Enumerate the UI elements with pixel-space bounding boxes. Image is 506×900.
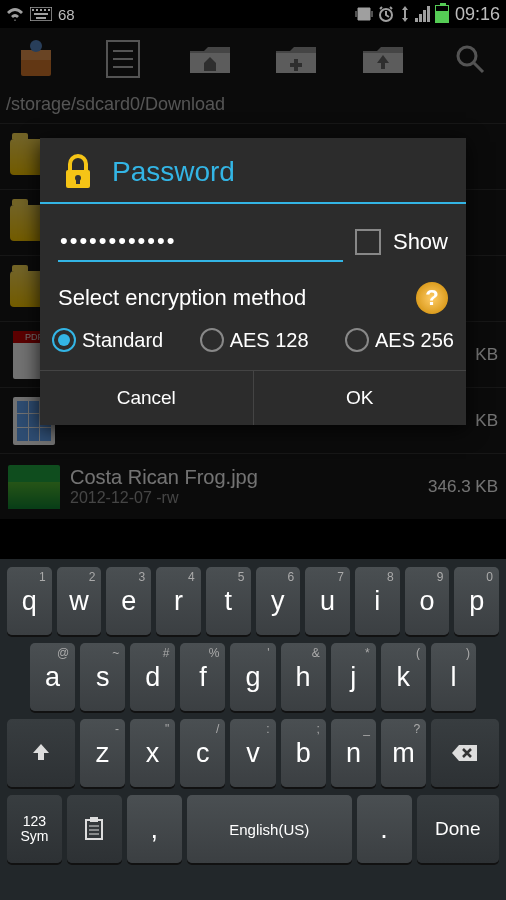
- key-t[interactable]: t5: [206, 567, 251, 635]
- key-m[interactable]: m?: [381, 719, 426, 787]
- key-r[interactable]: r4: [156, 567, 201, 635]
- show-password-label: Show: [393, 229, 448, 255]
- key-n[interactable]: n_: [331, 719, 376, 787]
- radio-aes128[interactable]: AES 128: [200, 328, 309, 352]
- key-g[interactable]: g': [230, 643, 275, 711]
- encryption-label: Select encryption method: [58, 285, 306, 311]
- encryption-options: Standard AES 128 AES 256: [40, 320, 466, 370]
- done-key[interactable]: Done: [417, 795, 499, 863]
- show-password-checkbox[interactable]: [355, 229, 381, 255]
- help-icon[interactable]: ?: [416, 282, 448, 314]
- key-i[interactable]: i8: [355, 567, 400, 635]
- key-u[interactable]: u7: [305, 567, 350, 635]
- clipboard-key[interactable]: [67, 795, 122, 863]
- svg-rect-1: [32, 9, 34, 11]
- radio-icon: [52, 328, 76, 352]
- ok-button[interactable]: OK: [254, 371, 467, 425]
- cancel-button[interactable]: Cancel: [40, 371, 254, 425]
- radio-icon: [345, 328, 369, 352]
- svg-rect-24: [90, 817, 98, 822]
- keyboard: q1w2e3r4t5y6u7i8o9p0 a@s~d#f%g'h&j*k(l) …: [0, 559, 506, 900]
- sync-icon: [399, 6, 411, 22]
- key-c[interactable]: c/: [180, 719, 225, 787]
- key-z[interactable]: z-: [80, 719, 125, 787]
- backspace-key[interactable]: [431, 719, 499, 787]
- svg-rect-5: [48, 9, 50, 11]
- svg-rect-7: [36, 17, 46, 19]
- key-b[interactable]: b;: [281, 719, 326, 787]
- vibrate-icon: [355, 6, 373, 22]
- password-dialog: Password Show Select encryption method ?…: [40, 138, 466, 425]
- status-bar: 68 09:16: [0, 0, 506, 28]
- svg-rect-6: [34, 13, 48, 15]
- key-w[interactable]: w2: [57, 567, 102, 635]
- sym-key[interactable]: 123Sym: [7, 795, 62, 863]
- svg-rect-22: [76, 178, 80, 184]
- key-q[interactable]: q1: [7, 567, 52, 635]
- key-y[interactable]: y6: [256, 567, 301, 635]
- lock-icon: [58, 152, 98, 192]
- key-s[interactable]: s~: [80, 643, 125, 711]
- radio-standard[interactable]: Standard: [52, 328, 163, 352]
- signal-icon: [415, 6, 431, 22]
- key-.[interactable]: .: [357, 795, 412, 863]
- radio-icon: [200, 328, 224, 352]
- key-j[interactable]: j*: [331, 643, 376, 711]
- radio-aes256[interactable]: AES 256: [345, 328, 454, 352]
- dialog-title: Password: [112, 156, 235, 188]
- svg-rect-2: [36, 9, 38, 11]
- svg-rect-3: [40, 9, 42, 11]
- key-f[interactable]: f%: [180, 643, 225, 711]
- keyboard-indicator-icon: [30, 7, 52, 21]
- key-h[interactable]: h&: [281, 643, 326, 711]
- dialog-divider: [40, 202, 466, 204]
- key-p[interactable]: p0: [454, 567, 499, 635]
- key-v[interactable]: v:: [230, 719, 275, 787]
- key-d[interactable]: d#: [130, 643, 175, 711]
- key-l[interactable]: l): [431, 643, 476, 711]
- key-e[interactable]: e3: [106, 567, 151, 635]
- clock: 09:16: [455, 4, 500, 25]
- key-x[interactable]: x": [130, 719, 175, 787]
- key-o[interactable]: o9: [405, 567, 450, 635]
- password-input[interactable]: [58, 222, 343, 262]
- battery-icon: [435, 5, 449, 23]
- key-k[interactable]: k(: [381, 643, 426, 711]
- key-,[interactable]: ,: [127, 795, 182, 863]
- alarm-icon: [377, 5, 395, 23]
- wifi-icon: [6, 6, 24, 22]
- svg-rect-4: [44, 9, 46, 11]
- shift-key[interactable]: [7, 719, 75, 787]
- space-key[interactable]: English(US): [187, 795, 352, 863]
- battery-text: 68: [58, 6, 75, 23]
- key-a[interactable]: a@: [30, 643, 75, 711]
